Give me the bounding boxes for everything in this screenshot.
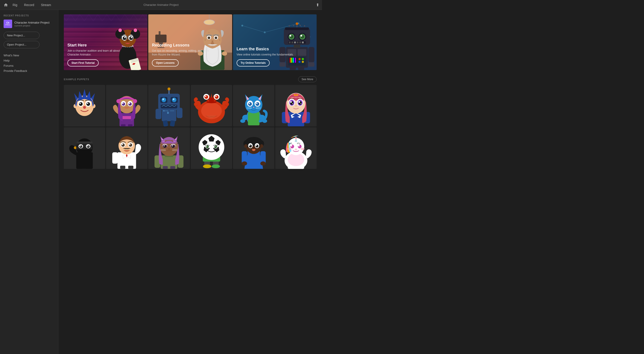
- nav-rig[interactable]: Rig: [12, 2, 17, 8]
- puppet-cat-purple[interactable]: [148, 127, 190, 169]
- puppet-girl-purple[interactable]: [106, 85, 148, 126]
- puppet-crab-red[interactable]: [191, 85, 232, 126]
- nav-record[interactable]: Record: [24, 2, 34, 8]
- new-project-button[interactable]: New Project...: [4, 32, 40, 39]
- svg-rect-215: [76, 141, 92, 144]
- recording-lessons-text: Recording Lessons Get tips on recording,…: [152, 43, 210, 66]
- puppet-unicorn[interactable]: [275, 127, 316, 169]
- svg-point-313: [287, 148, 291, 150]
- svg-point-160: [205, 96, 206, 97]
- svg-point-146: [172, 98, 176, 102]
- recording-lessons-banner[interactable]: Recording Lessons Get tips on recording,…: [148, 14, 232, 70]
- svg-point-159: [214, 95, 218, 99]
- svg-point-293: [256, 145, 258, 148]
- svg-point-198: [290, 101, 292, 103]
- svg-point-48: [208, 37, 210, 39]
- main-content: Start Here Join a character audition and…: [58, 10, 322, 354]
- sidebar-help[interactable]: Help: [4, 59, 54, 62]
- project-sub: current project: [14, 24, 50, 27]
- svg-point-70: [298, 58, 301, 60]
- svg-point-84: [293, 25, 294, 26]
- sidebar-forums[interactable]: Forums: [4, 64, 54, 67]
- start-here-title: Start Here: [68, 43, 126, 48]
- svg-point-289: [260, 144, 263, 148]
- svg-point-127: [122, 103, 124, 104]
- nav-stream[interactable]: Stream: [41, 2, 51, 8]
- svg-point-110: [80, 103, 81, 104]
- svg-rect-163: [209, 97, 214, 102]
- svg-rect-101: [302, 41, 304, 43]
- svg-point-214: [87, 145, 88, 147]
- puppets-section-header: EXAMPLE PUPPETS See More: [64, 76, 316, 82]
- puppet-scientist[interactable]: [106, 127, 148, 169]
- puppet-ninja[interactable]: [64, 127, 105, 169]
- svg-point-158: [204, 95, 208, 99]
- try-tutorials-button[interactable]: Try Online Tutorials: [236, 59, 270, 66]
- see-more-button[interactable]: See More: [298, 76, 316, 82]
- svg-point-227: [121, 143, 125, 147]
- svg-point-15: [118, 28, 122, 32]
- svg-point-21: [124, 37, 126, 38]
- svg-point-283: [260, 161, 266, 165]
- svg-rect-61: [298, 49, 306, 56]
- learn-basics-banner[interactable]: Learn the Basics View online tutorials c…: [233, 14, 316, 70]
- export-icon[interactable]: ⬆: [316, 2, 319, 7]
- open-project-button[interactable]: Open Project...: [4, 41, 40, 48]
- svg-rect-149: [161, 105, 178, 108]
- svg-point-252: [172, 145, 173, 146]
- puppet-boy-blue[interactable]: [64, 85, 105, 126]
- svg-point-83: [289, 25, 290, 26]
- svg-point-122: [133, 99, 137, 103]
- top-nav: Rig Record Stream Character Animator Pro…: [0, 0, 322, 10]
- svg-point-94: [300, 35, 302, 37]
- svg-rect-205: [78, 166, 83, 169]
- sidebar: RECENT PROJECTS Ch PROJ Character Animat…: [0, 10, 58, 354]
- svg-point-20: [130, 36, 133, 40]
- svg-point-125: [122, 102, 125, 106]
- svg-rect-82: [285, 27, 309, 30]
- nav-links: Rig Record Stream: [12, 2, 51, 8]
- svg-point-262: [212, 164, 220, 168]
- svg-point-19: [123, 36, 126, 40]
- svg-rect-33: [155, 34, 166, 42]
- svg-point-297: [252, 147, 254, 149]
- svg-rect-75: [308, 47, 314, 62]
- svg-point-294: [249, 145, 250, 146]
- puppet-kid-blue[interactable]: [233, 127, 274, 169]
- puppet-robot-blue[interactable]: [148, 85, 190, 126]
- svg-point-183: [240, 119, 245, 123]
- learn-basics-title: Learn the Basics: [236, 47, 294, 52]
- svg-point-86: [304, 25, 305, 26]
- svg-point-315: [294, 148, 297, 150]
- start-here-banner[interactable]: Start Here Join a character audition and…: [64, 14, 148, 70]
- svg-rect-237: [170, 166, 175, 169]
- start-tutorial-button[interactable]: Start First Tutorial: [68, 59, 99, 66]
- svg-rect-77: [308, 62, 314, 66]
- svg-point-276: [206, 146, 207, 147]
- puppet-anime-girl[interactable]: [275, 85, 316, 126]
- svg-point-201: [300, 103, 301, 104]
- svg-rect-223: [128, 166, 134, 169]
- svg-rect-99: [297, 41, 299, 43]
- svg-point-121: [116, 99, 120, 103]
- sidebar-feedback[interactable]: Provide Feedback: [4, 69, 54, 72]
- svg-point-126: [128, 102, 132, 106]
- sidebar-whats-new[interactable]: What's New: [4, 54, 54, 57]
- svg-point-161: [215, 96, 216, 97]
- open-lessons-button[interactable]: Open Lessons: [152, 59, 179, 66]
- svg-rect-100: [299, 41, 301, 43]
- svg-rect-96: [289, 41, 291, 43]
- home-icon[interactable]: [3, 2, 9, 8]
- current-project-item[interactable]: Ch PROJ Character Animator Project curre…: [4, 19, 54, 28]
- puppet-soccer-ball[interactable]: [191, 127, 232, 169]
- svg-rect-136: [156, 109, 162, 119]
- svg-rect-221: [112, 152, 118, 164]
- svg-rect-206: [86, 166, 91, 169]
- recording-title: Recording Lessons: [152, 43, 210, 48]
- svg-point-111: [87, 103, 88, 104]
- puppet-cat-blue[interactable]: [233, 85, 274, 126]
- svg-rect-166: [248, 112, 260, 125]
- svg-point-142: [168, 87, 170, 90]
- project-info: Character Animator Project current proje…: [14, 21, 50, 27]
- svg-point-312: [298, 145, 300, 146]
